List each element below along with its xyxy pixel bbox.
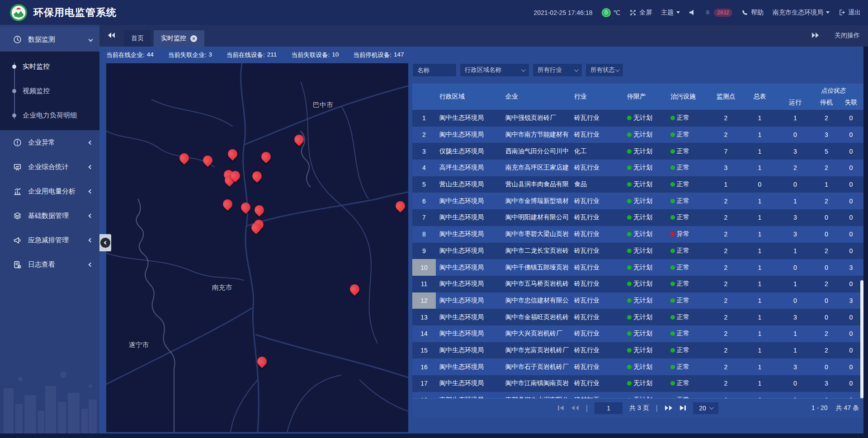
cell-company: 阆中市石子页岩机砖厂: [502, 358, 571, 375]
last-page-button[interactable]: [679, 405, 686, 411]
mute-button[interactable]: [689, 9, 695, 16]
table-row[interactable]: 5营山生态环境局营山县润丰肉食品有限食品无计划正常10010: [412, 176, 863, 193]
sidebar-item-1[interactable]: 企业异常: [0, 130, 99, 155]
table-row[interactable]: 1阆中生态环境局阆中强锐页岩砖厂砖瓦行业无计划正常21120: [412, 110, 863, 127]
tab-close-icon[interactable]: ×: [190, 35, 197, 42]
chevron-left-icon: [89, 189, 93, 193]
map-panel[interactable]: 巴中市南充市遂宁市: [106, 63, 408, 432]
map-city-label-0: 巴中市: [313, 101, 333, 109]
table-row[interactable]: 4高坪生态环境局南充市高坪区王家店建砖瓦行业无计划正常31220: [412, 160, 863, 176]
first-page-button[interactable]: [557, 405, 564, 411]
table-scrollbar[interactable]: [860, 280, 863, 398]
cell-run: 0: [776, 375, 814, 392]
cell-stop: 3: [814, 127, 839, 143]
tab-0[interactable]: 首页: [124, 30, 151, 47]
cell-total: 1: [743, 292, 776, 309]
cell-production: 无计划: [622, 342, 665, 359]
page-size-value: 20: [699, 405, 706, 412]
sidebar-subitem-0[interactable]: 实时监控: [0, 54, 99, 79]
sidebar-item-6[interactable]: 日志查看: [0, 252, 99, 277]
cell-facility: 异常: [665, 226, 708, 243]
sidebar-subitem-label: 实时监控: [23, 62, 50, 71]
table-row[interactable]: 12阆中生态环境局阆中市忠信建材有限公砖瓦行业无计划正常21003: [412, 292, 863, 309]
stat-item-4: 当前停机设备:147: [353, 51, 404, 59]
table-row[interactable]: 11阆中生态环境局阆中市五马桥页岩机砖砖瓦行业无计划正常21120: [412, 276, 863, 292]
sidebar-item-5[interactable]: 应急减排管理: [0, 228, 99, 252]
prev-page-button[interactable]: [571, 405, 579, 411]
chevron-left-icon: [89, 140, 93, 145]
top-header: 环保用电监管系统 2021-02-25 17:46:18 0 ℃ 全屏 主题: [0, 0, 868, 25]
logout-button[interactable]: 退出: [839, 9, 861, 17]
next-page-button[interactable]: [665, 405, 673, 411]
cell-industry: 砖瓦行业: [571, 259, 622, 276]
table-row[interactable]: 6阆中生态环境局阆中市金博瑞新型墙材砖瓦行业无计划正常21120: [412, 193, 863, 209]
table-row[interactable]: 18南部生态环境局南部县砌化水泥有限公建材加工无计划正常60060: [412, 392, 863, 398]
status-dot-green-icon: [627, 116, 632, 120]
status-dot-green-icon: [627, 365, 632, 369]
organization-dropdown[interactable]: 南充市生态环境局: [773, 9, 830, 17]
page-size-select[interactable]: 20: [693, 402, 718, 414]
page-input[interactable]: 1: [594, 402, 623, 414]
table-row[interactable]: 16阆中生态环境局阆中市石子页岩机砖厂砖瓦行业无计划正常21300: [412, 358, 863, 375]
table-row[interactable]: 14阆中生态环境局阆中大兴页岩机砖厂砖瓦行业无计划正常21120: [412, 325, 863, 342]
table-row[interactable]: 8阆中生态环境局阆中市枣碧大梁山页岩砖瓦行业无计划异常21300: [412, 226, 863, 243]
col-facility: 治污设施: [665, 84, 708, 110]
cell-monitor: 2: [708, 243, 743, 259]
table-row[interactable]: 2阆中生态环境局阆中市南方节能建材有砖瓦行业无计划正常21030: [412, 127, 863, 143]
cell-total: 1: [743, 259, 776, 276]
cell-monitor: 3: [708, 160, 743, 176]
row-index: 10: [412, 259, 436, 276]
name-input[interactable]: [417, 67, 452, 74]
fullscreen-button[interactable]: 全屏: [629, 9, 652, 17]
tabs-scroll-right-button[interactable]: [811, 32, 819, 40]
cell-lost: 0: [839, 276, 863, 292]
cell-company: 阆中市二龙长宝页岩砖: [502, 243, 571, 259]
chart-icon: [13, 187, 22, 196]
status-dot-green-icon: [670, 132, 675, 137]
sidebar-subitem-1[interactable]: 视频监控: [0, 79, 99, 103]
status-select[interactable]: 所有状态: [585, 63, 623, 77]
status-dot-green-icon: [627, 381, 632, 386]
chevron-left-icon: [89, 213, 93, 218]
cell-production: 无计划: [622, 392, 665, 398]
sidebar-item-0[interactable]: 数据监测: [0, 27, 99, 52]
help-button[interactable]: 帮助: [741, 9, 764, 17]
cell-total: 0: [743, 176, 776, 193]
cell-stop: 2: [814, 160, 839, 176]
notifications[interactable]: 2632: [704, 9, 732, 17]
status-dot-green-icon: [670, 165, 675, 170]
table-row[interactable]: 15阆中生态环境局阆中市光富页岩机砖厂砖瓦行业无计划正常21120: [412, 342, 863, 359]
tabs-scroll-left-button[interactable]: [108, 32, 116, 40]
sidebar-item-2[interactable]: 企业综合统计: [0, 155, 99, 179]
cell-run: 3: [776, 358, 814, 375]
cell-facility: 正常: [665, 160, 708, 176]
tab-1[interactable]: 实时监控×: [154, 30, 204, 47]
map-collapse-button[interactable]: [99, 234, 111, 251]
cell-run: 1: [776, 325, 814, 342]
table-row[interactable]: 13阆中生态环境局阆中市金福旺页岩机砖砖瓦行业无计划正常21300: [412, 309, 863, 325]
name-filter[interactable]: [412, 63, 457, 77]
industry-select[interactable]: 所有行业: [533, 63, 582, 77]
cell-industry: 砖瓦行业: [571, 160, 622, 176]
table-row[interactable]: 7阆中生态环境局阆中明阳建材有限公司砖瓦行业无计划正常21300: [412, 209, 863, 226]
theme-dropdown[interactable]: 主题: [661, 9, 680, 17]
sidebar-item-4[interactable]: 基础数据管理: [0, 203, 99, 228]
table-row[interactable]: 3仪陇生态环境局西南油气田分公司川中化工无计划正常71350: [412, 143, 863, 160]
region-select[interactable]: 行政区域名称: [460, 63, 529, 77]
stat-value: 3: [209, 51, 212, 59]
tab-bar: 首页实时监控× 关闭操作: [99, 25, 868, 47]
table-row[interactable]: 10阆中生态环境局阆中千佛镇五郎垭页岩砖瓦行业无计划正常21003: [412, 259, 863, 276]
status-dot-green-icon: [670, 182, 675, 187]
stat-value: 211: [267, 51, 277, 59]
cell-total: 1: [743, 325, 776, 342]
cell-lost: 0: [839, 143, 863, 160]
cell-company: 阆中市忠信建材有限公: [502, 292, 571, 309]
close-operations-button[interactable]: 关闭操作: [835, 32, 860, 40]
table-row[interactable]: 17阆中生态环境局阆中市江南镇阆南页岩砖瓦行业无计划正常21030: [412, 375, 863, 392]
stat-label: 当前在线企业:: [106, 51, 145, 59]
cell-total: 1: [743, 127, 776, 143]
cell-run: 3: [776, 226, 814, 243]
sidebar-item-3[interactable]: 企业用电量分析: [0, 179, 99, 203]
sidebar-subitem-2[interactable]: 企业电力负荷明细: [0, 103, 99, 127]
table-row[interactable]: 9阆中生态环境局阆中市二龙长宝页岩砖砖瓦行业无计划正常21120: [412, 243, 863, 259]
